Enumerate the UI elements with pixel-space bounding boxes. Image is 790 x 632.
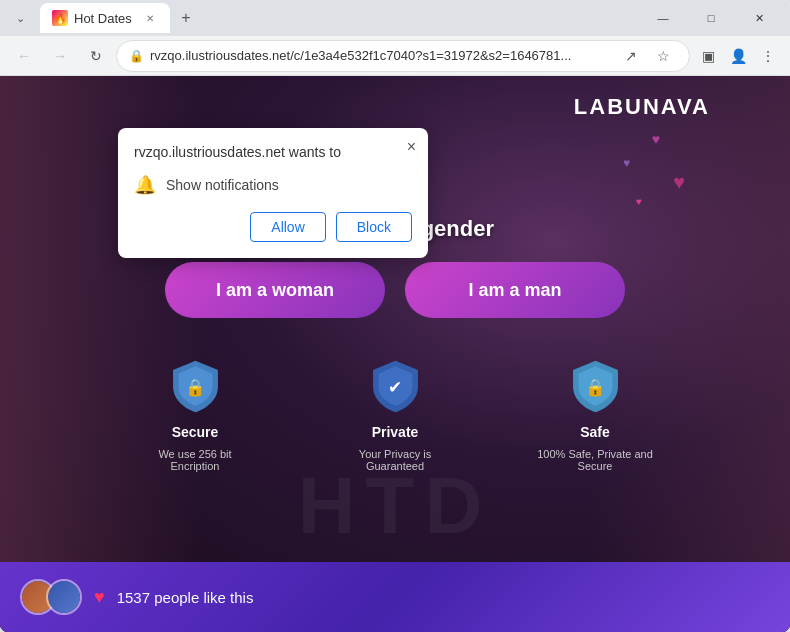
extra-nav-icons: ▣ 👤 ⋮ <box>694 42 782 70</box>
svg-text:🔒: 🔒 <box>185 376 206 397</box>
popup-notification-row: 🔔 Show notifications <box>134 174 412 196</box>
gender-buttons: I am a woman I am a man <box>165 262 625 318</box>
bottom-bar: ♥ 1537 people like this <box>0 562 790 632</box>
bell-icon: 🔔 <box>134 174 156 196</box>
bg-overlay-right <box>590 76 790 632</box>
secure-label: Secure <box>172 424 219 440</box>
chevron-down-btn[interactable]: ⌄ <box>8 6 32 30</box>
bookmark-icon[interactable]: ☆ <box>649 42 677 70</box>
notification-popup: × rvzqo.ilustriousdates.net wants to 🔔 S… <box>118 128 428 258</box>
forward-button[interactable]: → <box>44 40 76 72</box>
minimize-button[interactable]: — <box>640 3 686 33</box>
avatar-2 <box>46 579 82 615</box>
trust-section: 🔒 Secure We use 256 bit Encription ✔ <box>0 356 790 472</box>
private-desc: Your Privacy is Guaranteed <box>335 448 455 472</box>
address-text: rvzqo.ilustriousdates.net/c/1e3a4e532f1c… <box>150 48 611 63</box>
secure-shield: 🔒 <box>165 356 225 416</box>
likes-heart-icon: ♥ <box>94 587 105 608</box>
woman-button[interactable]: I am a woman <box>165 262 385 318</box>
menu-icon[interactable]: ⋮ <box>754 42 782 70</box>
lock-icon: 🔒 <box>129 49 144 63</box>
window-controls: — □ ✕ <box>640 3 782 33</box>
trust-item-secure: 🔒 Secure We use 256 bit Encription <box>135 356 255 472</box>
heart-decoration-4: ♥ <box>636 196 642 207</box>
page-content: HTD LABUNAVA ♥ ♥ ♥ ♥ ♥ Select your gende… <box>0 76 790 632</box>
heart-decoration-2: ♥ <box>623 156 630 170</box>
page-background: HTD LABUNAVA ♥ ♥ ♥ ♥ ♥ Select your gende… <box>0 76 790 632</box>
popup-title: rvzqo.ilustriousdates.net wants to <box>134 144 412 160</box>
allow-button[interactable]: Allow <box>250 212 325 242</box>
private-label: Private <box>372 424 419 440</box>
address-icons: ↗ ☆ <box>617 42 677 70</box>
avatar-inner-2 <box>48 581 80 613</box>
man-button[interactable]: I am a man <box>405 262 625 318</box>
tab-favicon: 🔥 <box>52 10 68 26</box>
tab-close-button[interactable]: ✕ <box>142 10 158 26</box>
likes-text: 1537 people like this <box>117 589 254 606</box>
back-button[interactable]: ← <box>8 40 40 72</box>
trust-item-safe: 🔒 Safe 100% Safe, Private and Secure <box>535 356 655 472</box>
heart-decoration-1: ♥ <box>652 131 660 147</box>
tab-title: Hot Dates <box>74 11 132 26</box>
nav-bar: ← → ↻ 🔒 rvzqo.ilustriousdates.net/c/1e3a… <box>0 36 790 76</box>
close-button[interactable]: ✕ <box>736 3 782 33</box>
browser-frame: ⌄ 🔥 Hot Dates ✕ + — □ ✕ ← → ↻ 🔒 rvzqo.il… <box>0 0 790 632</box>
title-bar: ⌄ 🔥 Hot Dates ✕ + — □ ✕ <box>0 0 790 36</box>
labunava-text: LABUNAVA <box>574 94 710 120</box>
new-tab-button[interactable]: + <box>174 6 198 30</box>
private-shield: ✔ <box>365 356 425 416</box>
svg-text:✔: ✔ <box>388 377 402 395</box>
avatar-group <box>20 579 82 615</box>
safe-label: Safe <box>580 424 610 440</box>
safe-desc: 100% Safe, Private and Secure <box>535 448 655 472</box>
secure-desc: We use 256 bit Encription <box>135 448 255 472</box>
popup-notification-text: Show notifications <box>166 177 279 193</box>
svg-text:🔒: 🔒 <box>585 376 606 397</box>
maximize-button[interactable]: □ <box>688 3 734 33</box>
popup-buttons: Allow Block <box>134 212 412 242</box>
tab-bar: 🔥 Hot Dates ✕ + <box>40 3 636 33</box>
block-button[interactable]: Block <box>336 212 412 242</box>
share-icon[interactable]: ↗ <box>617 42 645 70</box>
active-tab[interactable]: 🔥 Hot Dates ✕ <box>40 3 170 33</box>
profile-icon[interactable]: 👤 <box>724 42 752 70</box>
watermark-text: HTD <box>298 460 492 552</box>
heart-decoration-3: ♥ <box>673 171 685 194</box>
safe-shield: 🔒 <box>565 356 625 416</box>
popup-close-button[interactable]: × <box>407 138 416 156</box>
trust-item-private: ✔ Private Your Privacy is Guaranteed <box>335 356 455 472</box>
refresh-button[interactable]: ↻ <box>80 40 112 72</box>
sidebar-toggle-icon[interactable]: ▣ <box>694 42 722 70</box>
address-bar[interactable]: 🔒 rvzqo.ilustriousdates.net/c/1e3a4e532f… <box>116 40 690 72</box>
